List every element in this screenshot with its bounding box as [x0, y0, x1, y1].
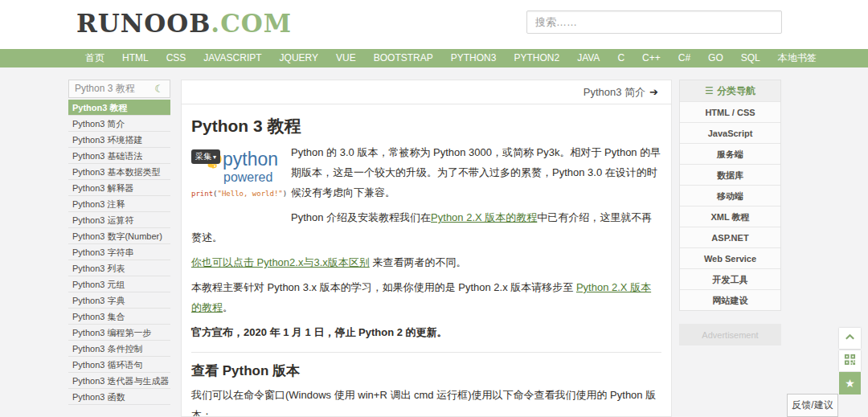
sidebar-item[interactable]: Python3 教程 [68, 100, 170, 116]
sidebar-item[interactable]: Python3 基础语法 [68, 148, 170, 164]
python-powered-logo: 采集▾ python powered print("Hello, world!"… [191, 149, 286, 215]
print-token: ) [283, 190, 287, 198]
nav-item[interactable]: 本地书签 [769, 49, 825, 67]
text-segment: 来查看两者的不同。 [370, 256, 467, 268]
page-title: Python 3 教程 [191, 115, 661, 137]
nav-item[interactable]: JQUERY [271, 49, 327, 67]
category-nav-item[interactable]: 移动端 [680, 185, 780, 206]
sidebar-header: Python 3 教程 ☾ [68, 80, 170, 98]
nav-item[interactable]: C# [669, 49, 699, 67]
sidebar-item[interactable]: Python3 运算符 [68, 212, 170, 228]
arrow-right-icon: ➔ [649, 86, 658, 98]
next-page-link[interactable]: Python3 简介➔ [583, 86, 658, 98]
category-nav-item[interactable]: 网站建设 [680, 289, 780, 310]
python-wordmark: python [223, 150, 278, 169]
sidebar-item[interactable]: Python3 基本数据类型 [68, 164, 170, 180]
inline-link[interactable]: 你也可以点击 Python2.x与3.x版本区别 [191, 256, 370, 268]
paragraph-target-version: 本教程主要针对 Python 3.x 版本的学习，如果你使用的是 Python … [191, 277, 661, 317]
top-header: RUNOOB.COM [0, 0, 868, 49]
category-nav-item[interactable]: 数据库 [680, 164, 780, 185]
sidebar-item[interactable]: Python3 字符串 [68, 244, 170, 260]
nav-item[interactable]: GO [699, 49, 732, 67]
pylogo-print-line: print("Hello, world!") [191, 190, 286, 198]
sidebar-item[interactable]: Python3 环境搭建 [68, 132, 170, 148]
main-nav: 首页HTMLCSSJAVASCRIPTJQUERYVUEBOOTSTRAPPYT… [0, 49, 868, 67]
text-segment: 本教程主要针对 Python 3.x 版本的学习，如果你使用的是 Python … [191, 281, 576, 293]
category-nav-header: ☰分类导航 [680, 80, 780, 101]
main-content: Python3 简介➔ Python 3 教程 采集▾ python [181, 80, 672, 417]
menu-list-icon: ☰ [705, 85, 714, 96]
category-nav-item[interactable]: 开发工具 [680, 268, 780, 289]
content-topbar: Python3 简介➔ [182, 80, 671, 104]
category-nav-item[interactable]: 服务端 [680, 143, 780, 164]
sidebar-item[interactable]: Python3 条件控制 [68, 341, 170, 357]
back-to-top-button[interactable] [839, 328, 861, 349]
page-canvas: RUNOOB.COM 首页HTMLCSSJAVASCRIPTJQUERYVUEB… [0, 0, 868, 417]
text-segment: Python 的 3.0 版本，常被称为 Python 3000，或简称 Py3… [291, 146, 661, 198]
nav-item[interactable]: HTML [113, 49, 158, 67]
site-logo[interactable]: RUNOOB.COM [76, 9, 292, 38]
star-icon: ★ [845, 377, 855, 390]
intro-paragraph-3: 你也可以点击 Python2.x与3.x版本区别 来查看两者的不同。 [191, 252, 661, 272]
sidebar-title: Python 3 教程 [75, 82, 135, 96]
print-token: "Hello, world!" [218, 190, 283, 198]
category-nav-item[interactable]: JavaScript [680, 122, 780, 143]
text-segment: Python 介绍及安装教程我们在 [291, 211, 431, 223]
nav-item[interactable]: C [608, 49, 633, 67]
nav-item[interactable]: 首页 [76, 49, 113, 67]
sidebar-item[interactable]: Python3 集合 [68, 309, 170, 325]
powered-wordmark: powered [223, 170, 286, 185]
paragraph-check-version: 我们可以在命令窗口(Windows 使用 win+R 调出 cmd 运行框)使用… [191, 385, 661, 417]
night-mode-moon-icon[interactable]: ☾ [154, 83, 164, 95]
paragraph-eol-notice: 官方宣布，2020 年 1 月 1 日，停止 Python 2 的更新。 [191, 322, 661, 342]
sidebar-item[interactable]: Python3 函数 [68, 389, 170, 405]
caret-down-icon: ▾ [213, 153, 216, 161]
nav-item[interactable]: PYTHON3 [442, 49, 506, 67]
sidebar-item[interactable]: Python3 编程第一步 [68, 325, 170, 341]
logo-suffix: .COM [211, 9, 292, 38]
nav-item[interactable]: CSS [158, 49, 195, 67]
feedback-button[interactable]: 反馈/建议 [787, 394, 838, 417]
inline-link[interactable]: Python 2.X 版本的教程 [431, 211, 537, 223]
sidebar-list: Python3 教程Python3 简介Python3 环境搭建Python3 … [68, 100, 170, 405]
sidebar-item[interactable]: Python3 注释 [68, 196, 170, 212]
article: Python 3 教程 采集▾ python powered [182, 115, 671, 417]
favorite-button[interactable]: ★ [839, 372, 861, 395]
category-nav-item[interactable]: HTML / CSS [680, 101, 780, 122]
category-nav-item[interactable]: ASP.NET [680, 227, 780, 247]
sidebar-item[interactable]: Python3 数字(Number) [68, 228, 170, 244]
nav-item[interactable]: C++ [633, 49, 669, 67]
nav-item[interactable]: JAVASCRIPT [194, 49, 270, 67]
qr-code-icon [844, 354, 856, 369]
left-sidebar: Python 3 教程 ☾ Python3 教程Python3 简介Python… [68, 80, 170, 405]
sidebar-item[interactable]: Python3 循环语句 [68, 357, 170, 373]
sidebar-item[interactable]: Python3 列表 [68, 260, 170, 276]
nav-item[interactable]: PYTHON2 [505, 49, 568, 67]
sidebar-item[interactable]: Python3 元组 [68, 276, 170, 292]
print-token: print [191, 190, 213, 198]
section-divider [191, 352, 661, 353]
collect-badge-button[interactable]: 采集▾ [191, 149, 220, 164]
text-segment: 。 [223, 301, 233, 313]
category-nav-item[interactable]: XML 教程 [680, 206, 780, 227]
qr-code-button[interactable] [839, 350, 861, 371]
chevron-up-icon [844, 331, 856, 346]
category-nav-title: 分类导航 [717, 85, 755, 96]
intro-block: 采集▾ python powered print("Hello, world!"… [191, 142, 661, 272]
search-input[interactable] [526, 10, 782, 34]
sidebar-item[interactable]: Python3 字典 [68, 292, 170, 309]
advertisement-placeholder: Advertisement [679, 324, 781, 345]
nav-item[interactable]: VUE [327, 49, 365, 67]
nav-item[interactable]: BOOTSTRAP [365, 49, 442, 67]
nav-item[interactable]: JAVA [568, 49, 608, 67]
sidebar-item[interactable]: Python3 简介 [68, 116, 170, 132]
sidebar-item[interactable]: Python3 解释器 [68, 180, 170, 196]
logo-brand: RUNOOB [76, 9, 211, 38]
category-nav-list: HTML / CSSJavaScript服务端数据库移动端XML 教程ASP.N… [680, 101, 780, 310]
category-nav-item[interactable]: Web Service [680, 247, 780, 268]
search-box [526, 10, 782, 34]
section-heading: 查看 Python 版本 [191, 362, 661, 380]
sidebar-item[interactable]: Python3 迭代器与生成器 [68, 373, 170, 389]
category-nav: ☰分类导航 HTML / CSSJavaScript服务端数据库移动端XML 教… [679, 80, 781, 311]
nav-item[interactable]: SQL [732, 49, 769, 67]
